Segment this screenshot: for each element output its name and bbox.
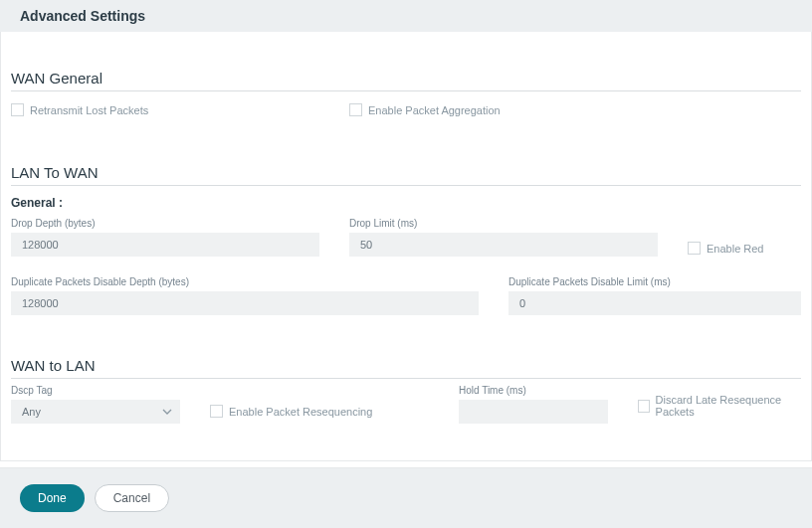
enable-red-checkbox[interactable]: Enable Red: [688, 242, 764, 255]
aggregation-label: Enable Packet Aggregation: [368, 104, 501, 116]
checkbox-icon: [349, 103, 362, 116]
drop-limit-input[interactable]: [349, 233, 658, 257]
dscp-tag-select[interactable]: [11, 400, 180, 424]
retransmit-label: Retransmit Lost Packets: [30, 104, 148, 116]
footer: Done Cancel: [0, 467, 812, 528]
section-lan-to-wan-title: LAN To WAN: [11, 164, 801, 181]
checkbox-icon: [11, 103, 24, 116]
enable-reseq-label: Enable Packet Resequencing: [229, 406, 372, 418]
section-wan-to-lan-title: WAN to LAN: [11, 357, 801, 374]
discard-late-resequence-checkbox[interactable]: Discard Late Resequence Packets: [638, 394, 801, 418]
hold-time-label: Hold Time (ms): [459, 385, 608, 396]
page-title: Advanced Settings: [20, 8, 145, 24]
enable-red-label: Enable Red: [707, 243, 764, 255]
drop-limit-label: Drop Limit (ms): [349, 218, 658, 229]
section-rule: [11, 90, 801, 91]
dup-limit-label: Duplicate Packets Disable Limit (ms): [508, 276, 801, 287]
cancel-button[interactable]: Cancel: [95, 484, 169, 512]
dup-depth-input[interactable]: [11, 291, 479, 315]
page-header: Advanced Settings: [0, 0, 812, 32]
hold-time-input[interactable]: [459, 400, 608, 424]
enable-packet-aggregation-checkbox[interactable]: Enable Packet Aggregation: [349, 103, 501, 116]
section-wan-general-title: WAN General: [11, 70, 801, 87]
lan-to-wan-sub: General :: [11, 196, 801, 210]
checkbox-icon: [210, 405, 223, 418]
section-rule: [11, 378, 801, 379]
dup-limit-input[interactable]: [508, 291, 801, 315]
done-button[interactable]: Done: [20, 484, 85, 512]
dup-depth-label: Duplicate Packets Disable Depth (bytes): [11, 276, 479, 287]
checkbox-icon: [688, 242, 701, 255]
content-panel: WAN General Retransmit Lost Packets Enab…: [0, 32, 812, 461]
dscp-tag-label: Dscp Tag: [11, 385, 180, 396]
drop-depth-label: Drop Depth (bytes): [11, 218, 319, 229]
retransmit-lost-packets-checkbox[interactable]: Retransmit Lost Packets: [11, 103, 148, 116]
drop-depth-input[interactable]: [11, 233, 319, 257]
section-rule: [11, 185, 801, 186]
checkbox-icon: [638, 400, 650, 413]
discard-late-label: Discard Late Resequence Packets: [656, 394, 801, 418]
enable-packet-resequencing-checkbox[interactable]: Enable Packet Resequencing: [210, 405, 372, 418]
